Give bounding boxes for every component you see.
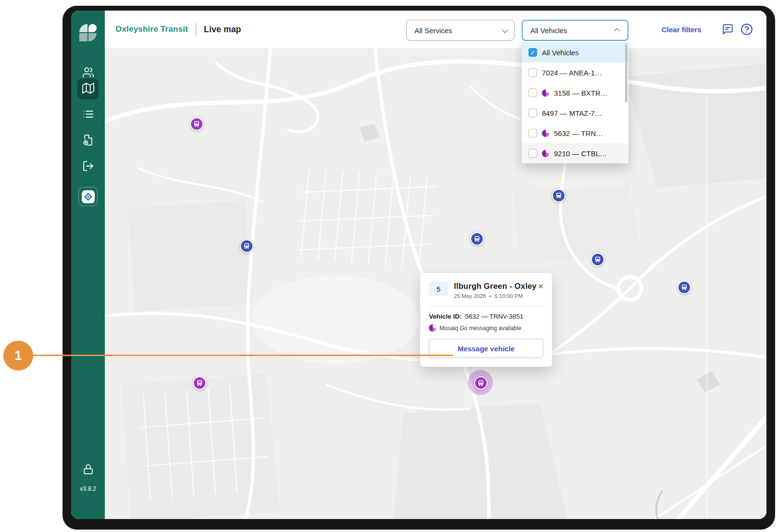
bus-icon	[243, 242, 251, 250]
sidebar-item-list[interactable]	[77, 104, 99, 125]
sidebar: v3.8.2	[71, 11, 105, 519]
version-label: v3.8.2	[71, 485, 105, 492]
checkbox[interactable]	[528, 88, 537, 97]
header: Oxleyshire Transit Live map All Services…	[105, 11, 766, 48]
sidebar-item-live-map[interactable]	[77, 78, 99, 99]
vehicle-option-label: All Vehicles	[542, 49, 579, 57]
title-divider	[196, 23, 196, 36]
app-logo-icon	[79, 24, 97, 41]
dot-separator: •	[489, 293, 491, 299]
bus-icon	[680, 284, 688, 291]
clear-filters-link[interactable]: Clear filters	[662, 11, 702, 48]
vehicles-dropdown-panel: ✓All Vehicles7024 — ANEA-1…3158 — BXTR…8…	[522, 42, 628, 163]
popup-title: Ilburgh Green - Oxley	[454, 282, 537, 291]
bus-icon	[193, 120, 201, 128]
vehicle-marker[interactable]	[193, 376, 206, 390]
page-title: Live map	[204, 25, 241, 35]
mosaiq-icon	[429, 324, 436, 332]
compass-diamond-icon	[82, 190, 95, 203]
vehicles-dropdown-list: ✓All Vehicles7024 — ANEA-1…3158 — BXTR…8…	[522, 42, 628, 163]
vehicle-marker[interactable]	[591, 253, 604, 266]
live-map[interactable]: 5 Ilburgh Green - Oxley 25 May 2028 • 5:…	[105, 48, 766, 519]
chevron-down-icon	[502, 26, 508, 33]
bus-icon	[473, 235, 481, 243]
vehicles-dropdown-item[interactable]: 7024 — ANEA-1…	[522, 62, 628, 83]
list-icon	[82, 108, 94, 122]
vehicle-option-label: 3158 — BXTR…	[554, 89, 608, 97]
bus-icon	[196, 379, 203, 387]
vehicle-option-label: 7024 — ANEA-1…	[542, 69, 602, 77]
vehicle-id-label: Vehicle ID:	[429, 313, 462, 320]
vehicle-marker[interactable]	[190, 117, 203, 131]
map-icon	[82, 82, 94, 96]
vehicles-dropdown-item[interactable]: 8497 — MTAZ-7…	[522, 103, 628, 123]
vehicle-marker[interactable]	[240, 239, 253, 253]
vehicle-option-label: 8497 — MTAZ-7…	[542, 109, 602, 117]
vehicle-marker[interactable]	[678, 281, 691, 294]
vehicles-filter-select[interactable]: All Vehicles	[522, 20, 628, 41]
vehicle-popup: 5 Ilburgh Green - Oxley 25 May 2028 • 5:…	[420, 273, 552, 367]
chevron-up-icon	[614, 28, 620, 34]
checkbox[interactable]	[528, 109, 537, 117]
callout-1-line	[32, 355, 453, 356]
popup-time: 5:10:00 PM	[495, 293, 523, 299]
services-filter-select[interactable]: All Services	[406, 20, 514, 41]
callout-1-badge: 1	[3, 341, 33, 371]
checkbox[interactable]	[528, 149, 537, 158]
document-add-icon	[82, 134, 94, 148]
sidebar-app-badge-button[interactable]	[78, 187, 98, 206]
app-window: 5 Ilburgh Green - Oxley 25 May 2028 • 5:…	[71, 11, 766, 519]
vehicle-option-label: 9210 — CTBL…	[554, 149, 607, 158]
brand-name: Oxleyshire Transit	[115, 25, 188, 34]
popup-date: 25 May 2028	[454, 293, 486, 299]
vehicles-filter-value: All Vehicles	[530, 26, 567, 35]
bus-icon	[555, 192, 563, 199]
popup-divider	[429, 306, 543, 306]
bus-icon	[477, 379, 485, 387]
checkbox[interactable]	[528, 68, 537, 77]
vehicles-dropdown-item[interactable]: 9210 — CTBL…	[522, 143, 628, 163]
lock-icon	[82, 463, 94, 477]
route-badge: 5	[429, 282, 448, 296]
vehicles-dropdown-item[interactable]: 3158 — BXTR…	[522, 83, 628, 103]
sidebar-item-logout[interactable]	[77, 156, 99, 177]
vehicle-marker[interactable]	[470, 232, 484, 246]
vehicle-marker-selected[interactable]	[474, 376, 488, 390]
services-filter-value: All Services	[414, 26, 452, 35]
chat-icon[interactable]	[721, 23, 734, 36]
vehicles-dropdown-item[interactable]: ✓All Vehicles	[522, 42, 628, 62]
logout-icon	[82, 160, 94, 174]
dropdown-scrollbar[interactable]	[625, 44, 627, 102]
vehicle-option-label: 5632 — TRN…	[554, 129, 603, 137]
checkbox[interactable]	[528, 129, 537, 137]
mosaiq-icon	[542, 150, 549, 157]
close-icon[interactable]: ×	[538, 282, 543, 291]
help-icon[interactable]	[740, 23, 753, 36]
sidebar-item-reports[interactable]	[77, 130, 99, 151]
mosaiq-icon	[542, 89, 549, 97]
vehicle-marker[interactable]	[552, 189, 565, 202]
vehicle-popup-header: 5 Ilburgh Green - Oxley 25 May 2028 • 5:…	[429, 282, 543, 299]
bus-icon	[594, 256, 602, 263]
messaging-note: Mosaiq Go messaging available	[439, 325, 521, 332]
vehicle-id-value: 5632 — TRNV-3851	[465, 313, 523, 320]
vehicles-dropdown-item[interactable]: 5632 — TRN…	[522, 123, 628, 143]
checkbox[interactable]: ✓	[528, 48, 537, 57]
mosaiq-icon	[542, 130, 549, 137]
